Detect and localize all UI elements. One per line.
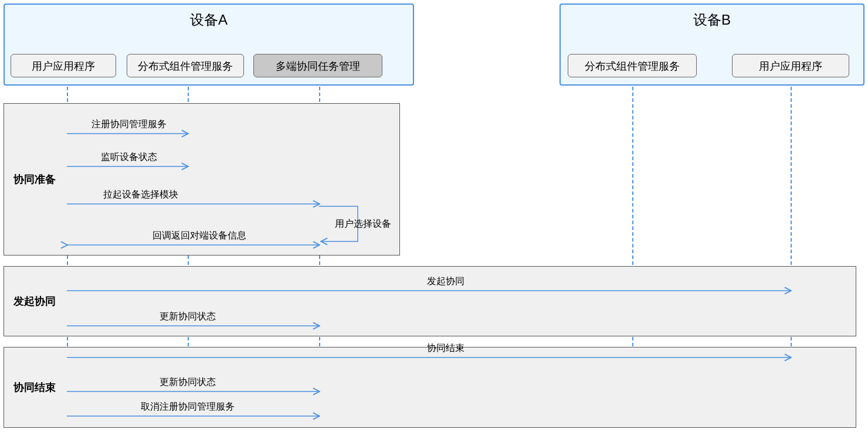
msg-launch: 发起协同 (328, 275, 563, 288)
arrows (0, 0, 868, 436)
msg-select: 用户选择设备 (325, 218, 401, 230)
msg-pull: 拉起设备选择模块 (70, 189, 211, 201)
sequence-diagram: 设备A 设备B 用户应用程序 分布式组件管理服务 多端协同任务管理 分布式组件管… (0, 0, 868, 436)
msg-unregister: 取消注册协同管理服务 (94, 401, 282, 413)
msg-update1: 更新协同状态 (106, 311, 270, 323)
msg-callback: 回调返回对端设备信息 (88, 230, 311, 242)
msg-update2: 更新协同状态 (106, 376, 270, 389)
msg-listen: 监听设备状态 (70, 151, 188, 164)
msg-endcoop: 协同结束 (328, 342, 563, 355)
msg-register: 注册协同管理服务 (70, 118, 188, 131)
